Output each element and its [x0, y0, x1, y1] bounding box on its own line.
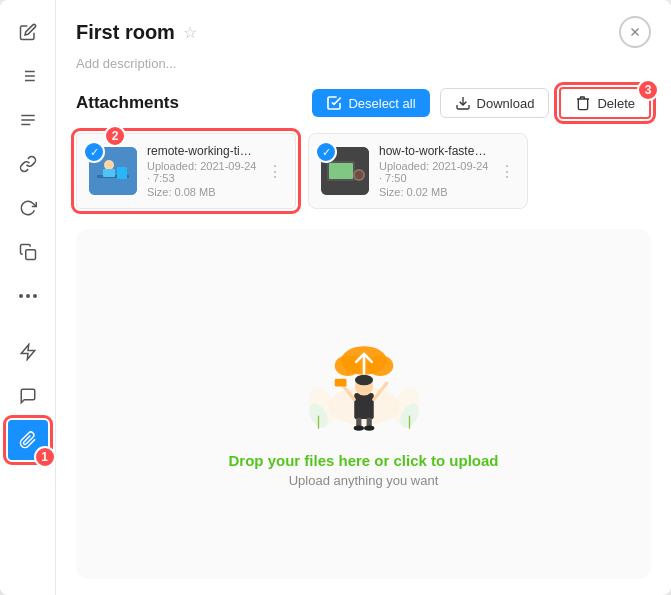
sidebar-item-edit[interactable]: [8, 12, 48, 52]
file-2-name: how-to-work-faster.jpg: [379, 144, 489, 158]
file-1-name: remote-working-tips-an...: [147, 144, 257, 158]
file-list: ✓ remote-working-tips-an... Uploaded: 20…: [76, 133, 651, 209]
svg-rect-34: [354, 393, 374, 419]
file-1-uploaded: Uploaded: 2021-09-24 · 7:53: [147, 160, 257, 184]
sidebar-item-copy[interactable]: [8, 232, 48, 272]
svg-rect-20: [103, 169, 115, 177]
deselect-all-button[interactable]: Deselect all: [312, 89, 429, 117]
svg-point-12: [33, 294, 37, 298]
svg-point-10: [19, 294, 23, 298]
file-2-check: ✓: [315, 141, 337, 163]
svg-rect-21: [117, 167, 127, 179]
main-content: First room ☆ Add description... Attachme…: [56, 0, 671, 595]
svg-point-19: [104, 160, 114, 170]
sidebar-item-link[interactable]: [8, 144, 48, 184]
file-card-2[interactable]: ✓ how-to-work-faster.jpg Uploaded: 2021-…: [308, 133, 528, 209]
sidebar-item-comment[interactable]: [8, 376, 48, 416]
page-header: First room ☆: [76, 16, 651, 48]
sidebar-item-list[interactable]: [8, 56, 48, 96]
callout-badge-2: 2: [104, 125, 126, 147]
sidebar-item-attachment[interactable]: 1: [8, 420, 48, 460]
svg-rect-9: [25, 250, 35, 260]
attachments-title: Attachments: [76, 93, 179, 113]
page-title: First room: [76, 21, 175, 44]
svg-rect-24: [329, 163, 353, 179]
sidebar-item-refresh[interactable]: [8, 188, 48, 228]
sidebar-item-text[interactable]: [8, 100, 48, 140]
svg-point-46: [364, 426, 374, 431]
svg-point-11: [26, 294, 30, 298]
sidebar: 1: [0, 0, 56, 595]
svg-point-26: [355, 171, 363, 179]
star-icon[interactable]: ☆: [183, 23, 197, 42]
upload-sub-text: Upload anything you want: [289, 473, 439, 488]
callout-badge-3: 3: [637, 79, 659, 101]
upload-area[interactable]: Drop your files here or click to upload …: [76, 229, 651, 579]
file-1-size: Size: 0.08 MB: [147, 186, 257, 198]
svg-point-42: [367, 355, 393, 376]
file-1-info: remote-working-tips-an... Uploaded: 2021…: [147, 144, 257, 198]
page-title-row: First room ☆: [76, 21, 197, 44]
upload-main-text: Drop your files here or click to upload: [228, 452, 498, 469]
download-button[interactable]: Download: [440, 88, 550, 118]
svg-point-45: [353, 426, 363, 431]
sidebar-item-flash[interactable]: [8, 332, 48, 372]
svg-marker-13: [21, 345, 35, 360]
svg-point-36: [354, 375, 372, 385]
file-2-size: Size: 0.02 MB: [379, 186, 489, 198]
add-description[interactable]: Add description...: [76, 56, 651, 71]
callout-badge-1: 1: [34, 446, 56, 468]
upload-illustration: [299, 320, 429, 440]
svg-rect-39: [334, 379, 346, 387]
deselect-all-label: Deselect all: [348, 96, 415, 111]
app-container: 1 First room ☆ Add description... Attach…: [0, 0, 671, 595]
svg-point-41: [334, 355, 360, 376]
file-2-info: how-to-work-faster.jpg Uploaded: 2021-09…: [379, 144, 489, 198]
close-button[interactable]: [619, 16, 651, 48]
file-2-uploaded: Uploaded: 2021-09-24 · 7:50: [379, 160, 489, 184]
file-2-more[interactable]: ⋮: [499, 162, 515, 181]
download-label: Download: [477, 96, 535, 111]
attachments-header: Attachments Deselect all Download Delete…: [76, 87, 651, 119]
sidebar-item-more[interactable]: [8, 276, 48, 316]
file-1-check: ✓: [83, 141, 105, 163]
file-1-more[interactable]: ⋮: [267, 162, 283, 181]
delete-label: Delete: [597, 96, 635, 111]
